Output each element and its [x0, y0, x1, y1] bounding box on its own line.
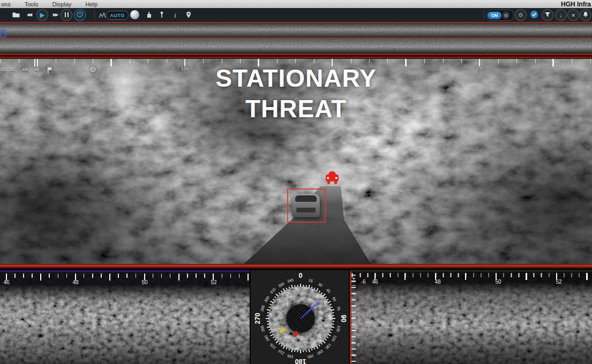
- download-button[interactable]: ↓: [555, 9, 567, 21]
- check-circle-icon: [530, 10, 538, 20]
- play-button[interactable]: ▶: [36, 9, 48, 21]
- settings-button[interactable]: ⚙: [515, 9, 527, 21]
- compass-tick: [319, 291, 320, 292]
- compass-tick: [328, 301, 331, 304]
- compass-label: 150: [317, 349, 324, 355]
- filter-funnel-icon: [544, 12, 551, 19]
- compass-tick: [267, 321, 268, 322]
- strip-shading: [0, 23, 592, 37]
- compass-tick: [333, 324, 334, 325]
- history-button[interactable]: [74, 9, 86, 21]
- location-button[interactable]: [183, 9, 194, 21]
- compass-tick: [297, 351, 298, 352]
- ruler-label: 48: [72, 279, 78, 285]
- detection-on-toggle[interactable]: ON ⚙: [486, 10, 514, 21]
- compass-tick: [294, 351, 295, 352]
- ruler-label: 50: [495, 279, 501, 285]
- location-pin-icon: [186, 11, 191, 19]
- brightness-ball-icon[interactable]: [130, 10, 139, 19]
- compass-tick: [291, 285, 293, 288]
- compass-tick: [291, 349, 293, 352]
- open-folder-button[interactable]: [10, 9, 22, 21]
- menu-item-tools[interactable]: Tools: [18, 1, 46, 7]
- compass-tick: [308, 349, 310, 352]
- marker-icon: [160, 11, 164, 19]
- main-view-canvas[interactable]: 196198200 x1 x2 x4 x8 STATIONARY THREAT: [0, 59, 592, 264]
- ruler-label: -8: [355, 342, 359, 347]
- compass-label: 180: [295, 358, 306, 364]
- compass-tick: [288, 349, 290, 351]
- histogram-icon: [99, 11, 106, 19]
- folder-icon: [12, 12, 20, 19]
- play-icon: ▶: [40, 12, 44, 18]
- pause-button[interactable]: [61, 9, 72, 21]
- compass-dial[interactable]: 0153045607590105120135150165180195210225…: [253, 271, 348, 364]
- fast-forward-button[interactable]: ▶▶: [49, 9, 61, 21]
- ruler-label: -7: [355, 311, 359, 317]
- compass-label: 345: [287, 278, 294, 284]
- compass-tick: [330, 304, 332, 305]
- panorama-selection-box[interactable]: [0, 29, 6, 37]
- info-icon: i: [174, 12, 176, 19]
- pause-icon: [64, 12, 69, 18]
- zoom-out-button[interactable]: −: [352, 283, 355, 288]
- compass-label: 285: [260, 305, 266, 312]
- menu-item-display[interactable]: Display: [45, 1, 78, 7]
- close-button[interactable]: ×: [567, 9, 579, 21]
- ruler-label: 46: [3, 279, 9, 285]
- compass-tick: [327, 299, 328, 300]
- threat-line-1: STATIONARY: [0, 63, 592, 94]
- compass-label: 120: [331, 335, 338, 342]
- compass-tick: [273, 337, 274, 338]
- info-button[interactable]: i: [169, 9, 181, 21]
- compass-label: 30: [317, 282, 323, 287]
- gear-icon: ⚙: [502, 11, 510, 19]
- compass-tick: [267, 324, 269, 325]
- detection-box[interactable]: [287, 188, 326, 223]
- compass-tick: [331, 329, 333, 331]
- confirm-button[interactable]: [528, 9, 540, 21]
- zoom-panel-left[interactable]: 46485052: [0, 270, 250, 364]
- compass-tick: [281, 345, 282, 346]
- zoom-in-button[interactable]: +: [352, 276, 355, 281]
- ruler-label: 50: [141, 279, 147, 285]
- compass-tick: [300, 350, 301, 353]
- compass-label: 240: [264, 335, 270, 342]
- compass-label: 255: [260, 325, 266, 332]
- application-window: ons Tools Display Help HGH Infra ◀◀ ▶ ▶▶: [0, 0, 592, 364]
- compass-tick: [267, 315, 268, 316]
- compass-tick: [311, 349, 313, 351]
- toolbar-divider-right: [484, 10, 484, 20]
- compass-tick: [294, 285, 295, 287]
- compass-label: 315: [269, 287, 276, 294]
- red-separator-top: [0, 55, 592, 59]
- compass-tick: [269, 332, 271, 333]
- compass-tick: [330, 332, 332, 333]
- toolbar-divider: [94, 10, 95, 20]
- alarm-button[interactable]: [580, 9, 591, 21]
- rewind-button[interactable]: ◀◀: [23, 9, 35, 21]
- panorama-strip-1[interactable]: [0, 22, 592, 39]
- compass-tick: [303, 285, 304, 286]
- menu-item-help[interactable]: Help: [79, 1, 105, 7]
- compass-tick: [325, 297, 327, 298]
- compass-tick: [267, 309, 270, 310]
- zoom-panel-right[interactable]: -646485052 -7-8 + −: [350, 270, 592, 364]
- azimuth-ruler: 46485052: [0, 272, 250, 288]
- compass-tick: [306, 351, 307, 352]
- compass-label: 270: [254, 313, 261, 324]
- marker-tool-button[interactable]: [156, 9, 168, 21]
- panorama-strip-2[interactable]: [0, 39, 592, 55]
- compass-tick: [311, 286, 313, 288]
- azimuth-ruler: -646485052: [350, 271, 592, 287]
- hand-tool-button[interactable]: [143, 9, 154, 21]
- compass-tick: [300, 284, 301, 287]
- auto-button[interactable]: AUTO: [106, 11, 129, 20]
- compass-panel: 0153045607590105120135150165180195210225…: [250, 270, 350, 364]
- compass-tick: [321, 343, 323, 345]
- compass-tick: [333, 315, 334, 316]
- compass-tick: [303, 351, 304, 352]
- menu-item-options-partial[interactable]: ons: [0, 1, 18, 7]
- filter-button[interactable]: [542, 9, 553, 21]
- compass-tick: [279, 343, 280, 345]
